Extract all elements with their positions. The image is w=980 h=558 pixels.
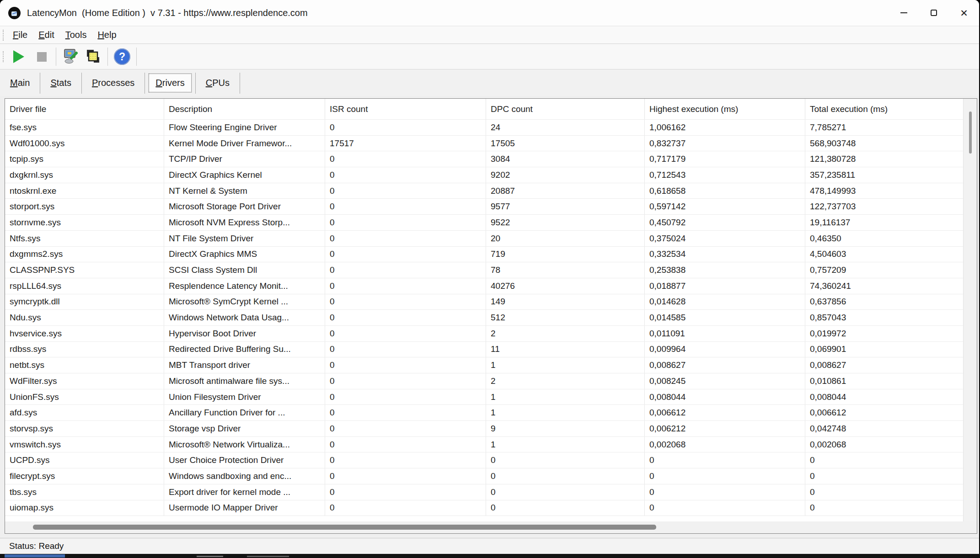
column-header-driver-file[interactable]: Driver file [5,99,164,119]
table-row[interactable]: tbs.sysExport driver for kernel mode ...… [5,484,963,500]
cell-total-execution-ms: 357,235811 [805,167,963,183]
column-header-isr-count[interactable]: ISR count [325,99,486,119]
cell-isr-count: 0 [325,215,486,230]
cell-highest-execution-ms: 0,014628 [645,294,805,310]
column-header-dpc-count[interactable]: DPC count [486,99,645,119]
cell-description: Ancillary Function Driver for ... [164,405,325,420]
tab-processes[interactable]: Processes [86,74,141,92]
copy-report-button[interactable] [82,46,105,68]
menu-help[interactable]: Help [92,28,122,42]
taskbar-item[interactable] [247,556,289,557]
tab-main[interactable]: Main [4,74,36,92]
cell-highest-execution-ms: 0,002068 [645,437,805,452]
cell-isr-count: 0 [325,278,486,294]
table-row[interactable]: tcpip.sysTCP/IP Driver030840,717179121,3… [5,151,963,167]
help-button[interactable]: ? [111,46,134,68]
taskbar-item[interactable] [197,556,223,557]
table-row[interactable]: uiomap.sysUsermode IO Mapper Driver0000 [5,500,963,516]
cell-total-execution-ms: 568,903748 [805,136,963,151]
close-button[interactable]: ✕ [949,0,979,26]
table-row[interactable]: fse.sysFlow Steering Engine Driver0241,0… [5,120,963,136]
cell-driver-file: dxgkrnl.sys [5,167,164,183]
cell-description: User Choice Protection Driver [164,452,325,468]
table-row[interactable]: stornvme.sysMicrosoft NVM Express Storp.… [5,215,963,231]
close-icon: ✕ [960,8,968,18]
cell-highest-execution-ms: 0,618658 [645,183,805,199]
cell-total-execution-ms: 0,008627 [805,357,963,373]
drivers-table-viewport: Driver file Description ISR count DPC co… [5,99,963,521]
tab-separator [195,73,196,94]
cell-driver-file: rdbss.sys [5,342,164,357]
cell-total-execution-ms: 0,069901 [805,342,963,357]
column-header-highest-execution-ms[interactable]: Highest execution (ms) [645,99,805,119]
table-row[interactable]: symcryptk.dllMicrosoft® SymCrypt Kernel … [5,294,963,310]
table-row[interactable]: UCPD.sysUser Choice Protection Driver000… [5,452,963,468]
taskbar-item[interactable] [5,554,65,558]
cell-highest-execution-ms: 0,014585 [645,310,805,325]
table-row[interactable]: filecrypt.sysWindows sandboxing and enc.… [5,468,963,484]
cell-driver-file: Ntfs.sys [5,231,164,246]
table-row[interactable]: rspLLL64.sysResplendence Latency Monit..… [5,278,963,294]
cell-description: Microsoft antimalware file sys... [164,373,325,389]
table-row[interactable]: Wdf01000.sysKernel Mode Driver Framewor.… [5,136,963,152]
cell-dpc-count: 40276 [486,278,645,294]
cell-description: Export driver for kernel mode ... [164,484,325,500]
column-header-description[interactable]: Description [164,99,325,119]
minimize-button[interactable] [889,0,919,26]
table-row[interactable]: UnionFS.sysUnion Filesystem Driver010,00… [5,389,963,405]
table-row[interactable]: hvservice.sysHypervisor Boot Driver020,0… [5,326,963,342]
horizontal-scrollbar[interactable] [5,521,977,533]
toolbar-gripper [3,30,4,41]
table-row[interactable]: dxgkrnl.sysDirectX Graphics Kernel092020… [5,167,963,183]
cell-driver-file: tbs.sys [5,484,164,500]
cell-total-execution-ms: 121,380728 [805,151,963,167]
menu-file[interactable]: File [7,28,33,42]
menu-edit[interactable]: Edit [33,28,59,42]
cell-description: Flow Steering Engine Driver [164,120,325,135]
menu-bar: File Edit Tools Help [0,27,979,44]
cell-driver-file: hvservice.sys [5,326,164,341]
maximize-button[interactable] [919,0,949,26]
table-row[interactable]: storvsp.sysStorage vsp Driver090,0062120… [5,421,963,437]
cell-dpc-count: 1 [486,405,645,420]
cell-highest-execution-ms: 0,332534 [645,247,805,262]
table-row[interactable]: ntoskrnl.exeNT Kernel & System0208870,61… [5,183,963,199]
title-bar: LatencyMon (Home Edition ) v 7.31 - http… [0,0,979,26]
cell-dpc-count: 9 [486,421,645,436]
cell-total-execution-ms: 0,757209 [805,262,963,278]
table-row[interactable]: Ntfs.sysNT File System Driver0200,375024… [5,231,963,247]
tab-cpus[interactable]: CPUs [199,74,236,92]
table-row[interactable]: Ndu.sysWindows Network Data Usag...05120… [5,310,963,326]
cell-highest-execution-ms: 0,450792 [645,215,805,230]
menu-tools[interactable]: Tools [60,28,92,42]
tab-stats[interactable]: Stats [44,74,78,92]
cell-driver-file: vmswitch.sys [5,437,164,452]
cell-highest-execution-ms: 0,008044 [645,389,805,405]
table-row[interactable]: WdFilter.sysMicrosoft antimalware file s… [5,373,963,389]
table-row[interactable]: afd.sysAncillary Function Driver for ...… [5,405,963,421]
cell-driver-file: storvsp.sys [5,421,164,436]
table-row[interactable]: dxgmms2.sysDirectX Graphics MMS07190,332… [5,247,963,263]
vertical-scrollbar-thumb[interactable] [969,112,972,154]
table-row[interactable]: rdbss.sysRedirected Drive Buffering Su..… [5,342,963,358]
minimize-icon [900,12,907,13]
stop-monitor-button[interactable] [30,46,53,68]
tab-drivers[interactable]: Drivers [149,74,191,92]
cell-description: Union Filesystem Driver [164,389,325,405]
start-monitor-button[interactable] [7,46,30,68]
table-row[interactable]: vmswitch.sysMicrosoft® Network Virtualiz… [5,437,963,453]
cell-driver-file: tcpip.sys [5,151,164,167]
cell-driver-file: storport.sys [5,199,164,214]
cell-total-execution-ms: 4,504603 [805,247,963,262]
column-header-total-execution-ms[interactable]: Total execution (ms) [805,99,963,119]
cell-highest-execution-ms: 0 [645,452,805,468]
options-button[interactable] [59,46,82,68]
table-row[interactable]: netbt.sysMBT Transport driver010,0086270… [5,357,963,373]
horizontal-scrollbar-thumb[interactable] [33,525,656,530]
table-row[interactable]: storport.sysMicrosoft Storage Port Drive… [5,199,963,215]
status-text: Status: Ready [9,541,64,551]
vertical-scrollbar[interactable] [963,99,977,521]
cell-dpc-count: 11 [486,342,645,357]
cell-highest-execution-ms: 0,018877 [645,278,805,294]
table-row[interactable]: CLASSPNP.SYSSCSI Class System Dll0780,25… [5,262,963,278]
